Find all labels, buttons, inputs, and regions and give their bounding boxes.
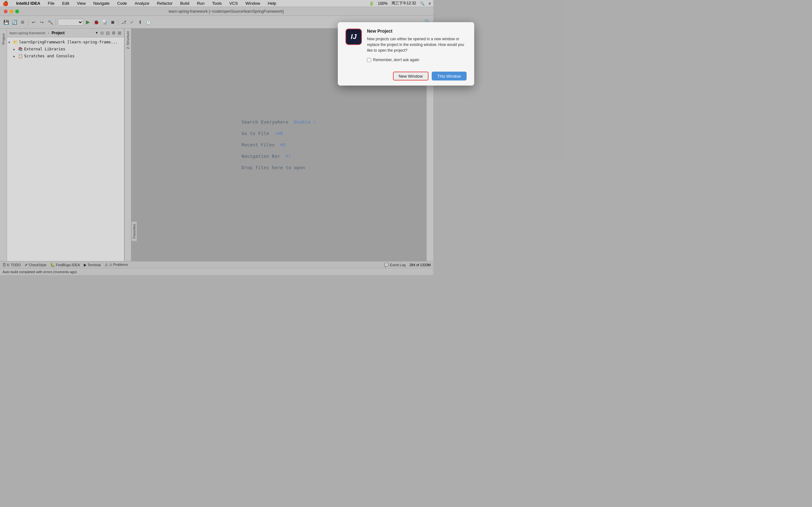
remember-label: Remember, don't ask again <box>373 58 419 62</box>
this-window-button[interactable]: This Window <box>432 72 433 80</box>
modal-overlay: IJ New Project New projects can either b… <box>0 0 433 275</box>
dialog-footer: New Window This Window <box>338 68 433 86</box>
dialog-content: New Project New projects can either be o… <box>367 29 433 63</box>
dialog-ij-icon: IJ <box>345 29 362 45</box>
dialog-checkbox-row: Remember, don't ask again <box>367 58 433 62</box>
remember-checkbox[interactable] <box>367 58 371 62</box>
new-project-dialog: IJ New Project New projects can either b… <box>338 22 433 86</box>
dialog-message: New projects can either be opened in a n… <box>367 36 433 53</box>
new-window-button[interactable]: New Window <box>393 72 428 80</box>
dialog-body: IJ New Project New projects can either b… <box>338 22 433 68</box>
dialog-title: New Project <box>367 29 433 34</box>
